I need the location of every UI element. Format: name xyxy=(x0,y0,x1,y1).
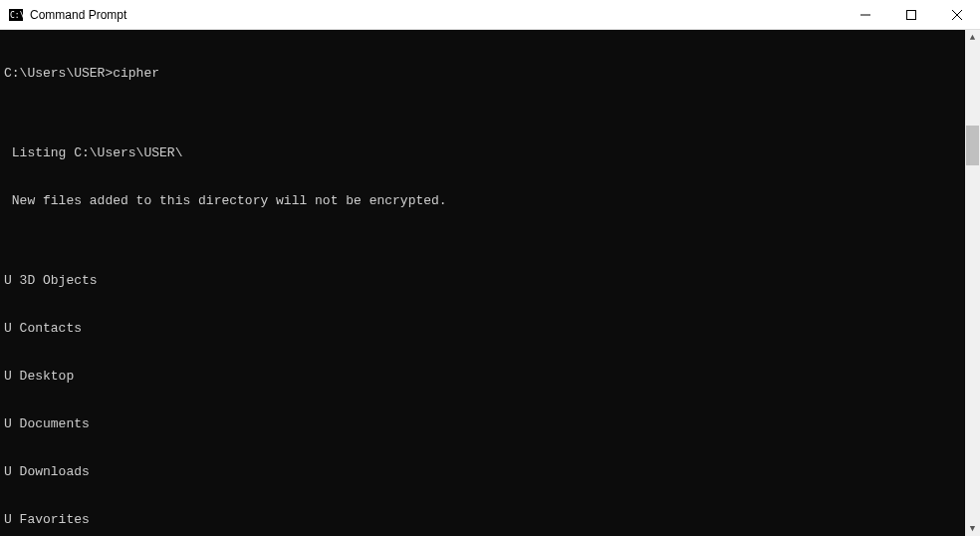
scroll-down-arrow-icon[interactable]: ▼ xyxy=(965,521,980,536)
output-entry: U Contacts xyxy=(4,321,965,337)
svg-rect-3 xyxy=(907,10,916,19)
svg-text:C:\: C:\ xyxy=(10,11,23,20)
terminal-container: C:\Users\USER>cipher Listing C:\Users\US… xyxy=(0,30,980,536)
cmd-icon: C:\ xyxy=(8,7,24,23)
command-line: C:\Users\USER>cipher xyxy=(4,66,965,82)
close-button[interactable] xyxy=(934,0,980,29)
window-controls xyxy=(843,0,980,29)
output-entry: U Downloads xyxy=(4,464,965,480)
vertical-scrollbar[interactable]: ▲ ▼ xyxy=(965,30,980,536)
output-entry: U Favorites xyxy=(4,512,965,528)
output-entry: U Documents xyxy=(4,416,965,432)
window-title: Command Prompt xyxy=(30,8,843,22)
output-entry: U 3D Objects xyxy=(4,273,965,289)
minimize-button[interactable] xyxy=(843,0,888,29)
output-line: Listing C:\Users\USER\ xyxy=(4,145,965,161)
scroll-thumb[interactable] xyxy=(966,126,979,165)
terminal[interactable]: C:\Users\USER>cipher Listing C:\Users\US… xyxy=(0,30,965,536)
output-entry: U Desktop xyxy=(4,369,965,385)
scroll-up-arrow-icon[interactable]: ▲ xyxy=(965,30,980,45)
titlebar: C:\ Command Prompt xyxy=(0,0,980,30)
output-line: New files added to this directory will n… xyxy=(4,193,965,209)
maximize-button[interactable] xyxy=(888,0,934,29)
